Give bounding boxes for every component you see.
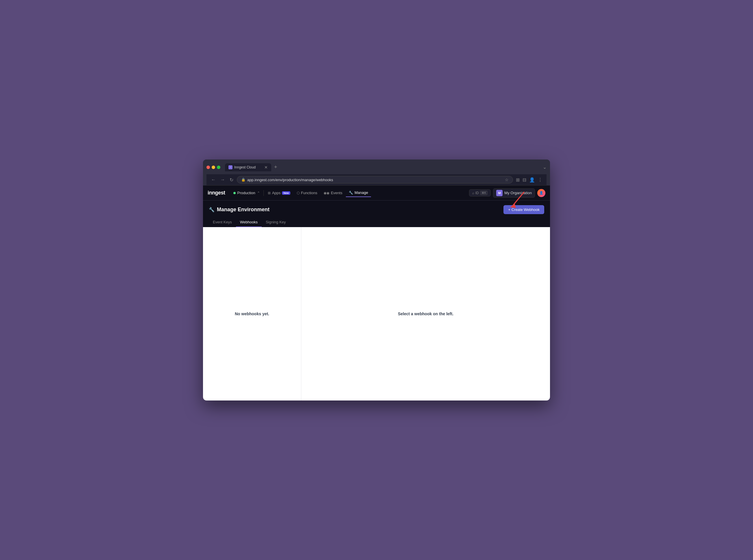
main-content: No webhooks yet. Select a webhook on the… [203,227,550,400]
nav-right: ⌕ ID ⌘K M My Organization 👤 [469,188,545,198]
nav-link-functions-label: Functions [301,191,317,195]
select-webhook-message: Select a webhook on the left. [398,312,453,316]
env-selector[interactable]: Production ⌃ [231,189,262,196]
url-text: app.inngest.com/env/production/manage/we… [247,178,333,182]
org-avatar: M [496,190,503,196]
close-window-btn[interactable] [207,165,210,169]
apps-icon: ⊞ [268,191,271,195]
webhooks-detail: Select a webhook on the left. [301,227,550,400]
bookmark-icon[interactable]: ☆ [505,177,509,182]
address-bar: ← → ↻ 🔒 app.inngest.com/env/production/m… [207,174,546,185]
nav-link-apps[interactable]: ⊞ Apps New [265,189,293,197]
nav-link-manage[interactable]: 🔧 Manage [346,189,371,197]
functions-icon: ⬡ [297,191,300,195]
manage-header: 🔧 Manage Environment + Create Webhook [203,201,550,227]
browser-actions: ⊞ ⊟ 👤 ⋮ [515,177,543,183]
user-avatar[interactable]: 👤 [537,189,545,197]
manage-title-icon: 🔧 [209,207,215,213]
search-button[interactable]: ⌕ ID ⌘K [469,189,491,197]
manage-icon: 🔧 [349,191,353,195]
tab-bar: I Inngest Cloud ✕ + [225,162,540,172]
app-logo[interactable]: inngest [208,190,225,196]
org-selector[interactable]: M My Organization [493,188,535,198]
env-name: Production [237,191,255,195]
profile-icon[interactable]: 👤 [528,177,536,183]
nav-link-manage-label: Manage [354,191,368,195]
split-view-icon[interactable]: ⊟ [522,177,527,183]
browser-expand-btn[interactable]: ⌄ [543,164,546,170]
webhooks-list: No webhooks yet. [203,227,301,400]
nav-link-events[interactable]: ◉◉ Events [321,189,345,197]
nav-link-apps-label: Apps [272,191,281,195]
manage-title-text: Manage Environment [217,206,270,213]
app-navbar: inngest Production ⌃ ⊞ Apps New ⬡ Functi… [203,185,550,201]
url-input[interactable]: 🔒 app.inngest.com/env/production/manage/… [237,176,513,183]
tab-close-btn[interactable]: ✕ [264,165,268,169]
new-tab-btn[interactable]: + [271,162,280,172]
browser-titlebar: I Inngest Cloud ✕ + ⌄ [207,162,546,172]
create-webhook-container: + Create Webhook [503,205,544,214]
extensions-icon[interactable]: ⊞ [515,177,520,183]
refresh-btn[interactable]: ↻ [229,177,234,183]
more-menu-icon[interactable]: ⋮ [537,177,543,183]
no-webhooks-message: No webhooks yet. [235,312,269,316]
page-content: 🔧 Manage Environment + Create Webhook [203,201,550,400]
manage-title: 🔧 Manage Environment [209,206,270,213]
create-webhook-btn[interactable]: + Create Webhook [503,205,544,214]
nav-link-events-label: Events [331,191,342,195]
minimize-window-btn[interactable] [212,165,215,169]
lock-icon: 🔒 [241,178,246,182]
nav-divider [264,190,264,196]
active-tab[interactable]: I Inngest Cloud ✕ [225,163,271,171]
tab-event-keys[interactable]: Event Keys [209,218,236,227]
manage-title-row: 🔧 Manage Environment + Create Webhook [209,205,544,214]
search-kbd-shortcut: ⌘K [480,191,488,195]
apps-new-badge: New [282,191,290,195]
tab-favicon-icon: I [229,165,232,169]
tab-signing-key[interactable]: Signing Key [262,218,290,227]
search-id-label: ID [476,191,479,195]
back-btn[interactable]: ← [210,177,217,183]
env-chevron-icon: ⌃ [257,191,260,195]
manage-tabs: Event Keys Webhooks Signing Key [209,218,544,227]
events-icon: ◉◉ [324,191,329,195]
nav-link-functions[interactable]: ⬡ Functions [294,189,320,197]
nav-links: ⊞ Apps New ⬡ Functions ◉◉ Events 🔧 Manag… [265,189,469,197]
create-webhook-label: + Create Webhook [508,207,540,212]
org-name: My Organization [504,191,532,195]
browser-window: I Inngest Cloud ✕ + ⌄ ← → ↻ 🔒 app.innges… [203,160,550,400]
browser-chrome: I Inngest Cloud ✕ + ⌄ ← → ↻ 🔒 app.innges… [203,160,550,185]
search-icon: ⌕ [472,191,474,195]
traffic-lights [207,165,220,169]
tab-webhooks[interactable]: Webhooks [236,218,262,227]
manage-header-wrapper: 🔧 Manage Environment + Create Webhook [203,201,550,227]
forward-btn[interactable]: → [219,177,226,183]
env-status-dot [233,192,236,194]
tab-title: Inngest Cloud [234,165,256,169]
maximize-window-btn[interactable] [217,165,220,169]
